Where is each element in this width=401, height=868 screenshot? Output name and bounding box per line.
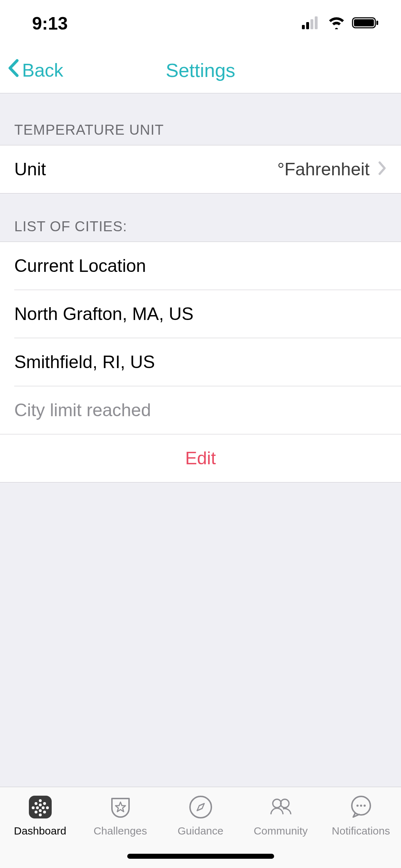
- tab-label: Dashboard: [14, 825, 66, 837]
- svg-point-14: [42, 806, 45, 809]
- svg-point-25: [360, 805, 362, 807]
- svg-point-16: [35, 811, 37, 813]
- city-limit-message: City limit reached: [14, 386, 401, 434]
- svg-point-17: [39, 809, 42, 812]
- chevron-left-icon: [7, 58, 19, 82]
- tab-label: Community: [254, 825, 308, 837]
- svg-point-22: [281, 799, 289, 808]
- page-title: Settings: [166, 59, 235, 81]
- notifications-icon: [348, 794, 375, 821]
- back-label: Back: [22, 60, 63, 81]
- unit-row[interactable]: Unit °Fahrenheit: [0, 145, 401, 193]
- chevron-right-icon: [378, 159, 387, 180]
- cell-signal-icon: [302, 16, 321, 31]
- community-icon: [267, 794, 294, 821]
- svg-point-13: [36, 806, 39, 809]
- unit-value: °Fahrenheit: [277, 159, 370, 180]
- tab-dashboard[interactable]: Dashboard: [0, 794, 80, 837]
- city-row[interactable]: Smithfield, RI, US: [14, 338, 401, 386]
- city-row[interactable]: North Grafton, MA, US: [14, 290, 401, 338]
- status-time: 9:13: [32, 13, 68, 34]
- svg-point-9: [35, 802, 37, 805]
- svg-point-20: [190, 796, 211, 818]
- tab-label: Guidance: [178, 825, 223, 837]
- wifi-icon: [328, 16, 345, 31]
- city-row-current-location[interactable]: Current Location: [14, 242, 401, 290]
- home-indicator[interactable]: [127, 854, 274, 859]
- unit-value-container: °Fahrenheit: [277, 159, 387, 180]
- challenges-icon: [107, 794, 134, 821]
- svg-rect-1: [306, 22, 309, 29]
- edit-button[interactable]: Edit: [0, 434, 401, 482]
- tab-community[interactable]: Community: [241, 794, 321, 837]
- city-list: Current Location North Grafton, MA, US S…: [0, 242, 401, 434]
- svg-rect-5: [354, 19, 374, 26]
- svg-point-24: [356, 805, 359, 807]
- dashboard-icon: [27, 794, 54, 821]
- tab-label: Challenges: [93, 825, 147, 837]
- svg-rect-3: [315, 16, 318, 29]
- battery-icon: [352, 16, 380, 31]
- svg-point-8: [39, 799, 42, 802]
- status-bar: 9:13: [0, 0, 401, 47]
- tab-notifications[interactable]: Notifications: [321, 794, 401, 837]
- svg-point-18: [43, 811, 46, 813]
- tab-guidance[interactable]: Guidance: [160, 794, 241, 837]
- svg-rect-6: [376, 21, 378, 25]
- svg-point-19: [39, 813, 42, 816]
- svg-point-21: [273, 799, 281, 808]
- back-button[interactable]: Back: [7, 58, 63, 82]
- tab-label: Notifications: [332, 825, 390, 837]
- svg-rect-0: [302, 25, 305, 29]
- guidance-icon: [187, 794, 214, 821]
- svg-point-10: [39, 804, 42, 806]
- section-header-cities: LIST OF CITIES:: [0, 193, 401, 242]
- svg-rect-2: [310, 19, 313, 29]
- svg-point-11: [43, 802, 46, 805]
- section-header-temperature: TEMPERATURE UNIT: [0, 93, 401, 145]
- nav-bar: Back Settings: [0, 47, 401, 93]
- svg-point-26: [364, 805, 366, 807]
- status-icons: [302, 16, 380, 31]
- tab-challenges[interactable]: Challenges: [80, 794, 160, 837]
- svg-point-15: [46, 806, 49, 809]
- unit-label: Unit: [14, 159, 46, 180]
- svg-point-12: [32, 806, 35, 809]
